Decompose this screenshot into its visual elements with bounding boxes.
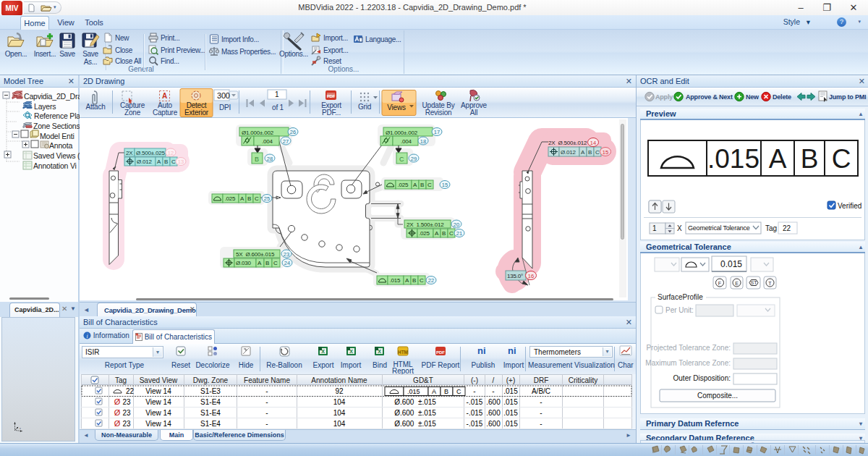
svg-text:HTM: HTM: [398, 350, 408, 355]
svg-text:B: B: [164, 159, 168, 165]
svg-text:S1-E4: S1-E4: [200, 409, 221, 417]
svg-text:A: A: [157, 159, 161, 165]
svg-text:5X Ø.600±.015: 5X Ø.600±.015: [236, 251, 275, 258]
svg-text:-.015: -.015: [467, 398, 483, 406]
svg-text:Dwg. Zone: Dwg. Zone: [193, 376, 229, 384]
svg-text:-.015: -.015: [467, 409, 483, 417]
svg-text:-: -: [540, 398, 542, 406]
svg-text:29: 29: [411, 156, 417, 162]
svg-text:X: X: [677, 224, 682, 232]
svg-text:B: B: [412, 277, 416, 284]
svg-text:Ø: Ø: [114, 419, 121, 428]
svg-text:2X 1.500±.012: 2X 1.500±.012: [407, 221, 444, 228]
svg-text:S1-E3: S1-E3: [200, 387, 221, 395]
svg-text:ST: ST: [751, 280, 758, 285]
svg-text:27: 27: [283, 138, 289, 145]
svg-text:C: C: [171, 159, 176, 165]
svg-text:C: C: [456, 388, 461, 395]
svg-text:B: B: [442, 230, 446, 237]
svg-text:E: E: [735, 281, 739, 286]
svg-text:Tag: Tag: [115, 376, 127, 384]
svg-text:23: 23: [284, 251, 289, 258]
svg-text:.015: .015: [503, 420, 518, 428]
svg-text:-: -: [540, 409, 542, 417]
svg-text:SurfaceProfile: SurfaceProfile: [658, 293, 703, 301]
svg-text:.015: .015: [707, 144, 760, 174]
svg-text:x: x: [20, 427, 21, 430]
svg-text:A: A: [432, 388, 436, 395]
svg-text:(+): (+): [506, 376, 516, 384]
svg-text:13: 13: [178, 159, 184, 165]
svg-text:View 14: View 14: [145, 420, 171, 428]
svg-text:-: -: [265, 398, 268, 406]
svg-text:ni: ni: [508, 345, 516, 356]
svg-text:.015: .015: [503, 387, 518, 395]
svg-text:135.0°: 135.0°: [507, 273, 523, 279]
svg-text:/: /: [493, 376, 495, 384]
svg-text:.025: .025: [419, 230, 430, 237]
svg-text:92: 92: [335, 387, 344, 395]
svg-text:B: B: [444, 388, 448, 395]
svg-text:View 14: View 14: [145, 409, 171, 417]
svg-text:15: 15: [442, 182, 448, 188]
svg-text:C: C: [273, 260, 278, 266]
svg-text:C: C: [255, 195, 259, 202]
svg-text:Ø.012: Ø.012: [137, 159, 153, 165]
svg-text:B: B: [265, 260, 269, 266]
svg-text:104: 104: [333, 409, 346, 417]
svg-text:14: 14: [590, 140, 596, 146]
svg-text:Ø.600 ±.015: Ø.600 ±.015: [394, 420, 436, 428]
svg-text:Ø.600 ±.015: Ø.600 ±.015: [394, 409, 436, 417]
svg-text:.600: .600: [486, 409, 501, 417]
svg-text:-.015: -.015: [467, 420, 483, 428]
svg-text:A/B/C: A/B/C: [532, 387, 550, 395]
svg-text:Ø1.000±.002: Ø1.000±.002: [386, 130, 418, 136]
svg-text:Tag: Tag: [765, 224, 777, 232]
svg-text:PDF: PDF: [327, 94, 336, 98]
svg-text:22: 22: [126, 387, 135, 395]
svg-text:B: B: [801, 144, 819, 174]
svg-text:GD&T: GD&T: [413, 376, 433, 384]
svg-text:23: 23: [122, 420, 131, 428]
svg-text:Maximum Tolerance Zone:: Maximum Tolerance Zone:: [645, 359, 731, 367]
svg-text:1: 1: [275, 90, 279, 98]
svg-text:2X Ø.500±.012: 2X Ø.500±.012: [548, 140, 587, 146]
svg-text:B: B: [588, 149, 592, 156]
svg-text:.004: .004: [262, 138, 273, 145]
svg-text:View 14: View 14: [145, 398, 171, 406]
svg-text:C: C: [427, 182, 432, 188]
svg-text:1: 1: [652, 224, 657, 232]
svg-text:2X: 2X: [126, 150, 133, 156]
svg-text:i: i: [86, 333, 88, 339]
svg-text:Ø.500±.025: Ø.500±.025: [136, 150, 166, 156]
svg-text:C: C: [449, 230, 454, 237]
svg-text:Saved View: Saved View: [140, 376, 178, 384]
svg-text:-: -: [265, 420, 268, 428]
svg-text:(-): (-): [471, 376, 478, 384]
svg-text:28: 28: [267, 156, 273, 162]
svg-text:17: 17: [434, 129, 440, 135]
svg-text:25: 25: [264, 195, 270, 202]
svg-text:F: F: [718, 281, 721, 286]
svg-text:104: 104: [333, 420, 346, 428]
svg-text:View 14: View 14: [145, 387, 171, 395]
svg-text:A: A: [581, 149, 585, 156]
svg-text:22: 22: [428, 277, 434, 284]
svg-text:Criticality: Criticality: [569, 376, 598, 384]
svg-text:Ø.012: Ø.012: [561, 149, 576, 156]
svg-text:24: 24: [284, 260, 290, 266]
svg-text:Feature Name: Feature Name: [244, 376, 290, 384]
svg-text:B: B: [255, 156, 259, 163]
svg-text:12: 12: [168, 150, 174, 156]
svg-text:C: C: [420, 277, 424, 284]
svg-text:Annotation Name: Annotation Name: [311, 376, 367, 384]
svg-text:Ø.030: Ø.030: [236, 260, 252, 266]
svg-text:18: 18: [420, 138, 426, 145]
svg-text:16: 16: [528, 273, 534, 279]
svg-text:.600: .600: [486, 398, 501, 406]
svg-text:S1-E4: S1-E4: [200, 420, 221, 428]
svg-text:Geometrical Tolerance: Geometrical Tolerance: [688, 224, 750, 232]
svg-text:.025: .025: [225, 195, 237, 202]
svg-text:.600: .600: [486, 420, 501, 428]
svg-text:Outer Disposition:: Outer Disposition:: [673, 374, 731, 382]
